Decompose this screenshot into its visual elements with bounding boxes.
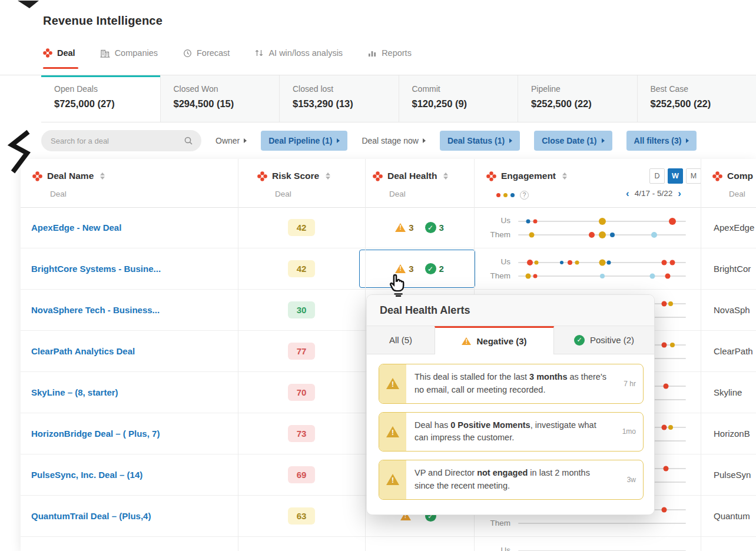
summary-card-commit[interactable]: Commit $120,250 (9) xyxy=(399,75,518,122)
filter-label: Owner xyxy=(215,136,240,145)
chevron-right-icon xyxy=(686,138,689,143)
company-name[interactable]: BrightCor xyxy=(701,248,756,289)
selection-outline xyxy=(359,250,475,288)
nav-tab-ai-winloss[interactable]: AI win/loss analysis xyxy=(254,48,343,58)
warning-icon xyxy=(386,474,399,485)
nav-tab-companies[interactable]: Companies xyxy=(100,48,158,58)
filter-deal-stage[interactable]: Deal stage now xyxy=(362,136,426,145)
company-name[interactable]: Quantum xyxy=(701,496,756,536)
alert-card: This deal is stalled for the last 3 mont… xyxy=(379,364,644,404)
company-name[interactable]: HorizonB xyxy=(701,413,756,454)
toggle-day[interactable]: D xyxy=(649,168,665,184)
them-label: Them xyxy=(474,519,510,527)
engagement-dot xyxy=(651,232,657,238)
filter-label: Deal stage now xyxy=(362,136,419,145)
engagement-dot xyxy=(568,260,572,265)
alert-text: VP and Director not engaged in last 2 mo… xyxy=(406,460,643,499)
toggle-week[interactable]: W xyxy=(668,168,683,184)
nav-tab-forecast[interactable]: Forecast xyxy=(183,48,230,58)
engagement-dot xyxy=(529,232,534,237)
column-title: Deal Health xyxy=(387,171,437,181)
main-nav: Deal Companies Forecast AI win/loss anal… xyxy=(43,48,412,58)
companies-icon xyxy=(100,48,110,58)
date-range-label: 4/17 - 5/22 xyxy=(635,189,673,198)
deal-name-link[interactable]: SkyLine – (8, starter) xyxy=(31,372,118,413)
alert-timestamp: 3w xyxy=(627,476,636,484)
summary-card-pipeline[interactable]: Pipeline $252,500 (22) xyxy=(518,75,637,122)
deal-name-link[interactable]: BrightCore Systems - Busine... xyxy=(31,248,161,289)
company-name[interactable]: ApexEdge xyxy=(701,207,756,248)
sort-control[interactable] xyxy=(562,172,567,180)
filter-deal-pipeline[interactable]: Deal Pipeline (1) xyxy=(261,131,347,151)
card-value: $153,290 (13) xyxy=(293,98,386,109)
summary-card-closed-lost[interactable]: Closed lost $153,290 (13) xyxy=(279,75,399,122)
filter-close-date[interactable]: Close Date (1) xyxy=(534,131,612,151)
company-name[interactable] xyxy=(701,537,756,551)
engagement-dot xyxy=(606,260,611,264)
chevron-right-icon xyxy=(337,138,340,143)
engagement-dot xyxy=(661,507,667,512)
granularity-toggle: D W M xyxy=(649,168,701,184)
deal-name-link[interactable]: ClearPath Analytics Deal xyxy=(31,331,135,371)
company-name[interactable]: PulseSyn xyxy=(701,454,756,495)
deals-table: Deal Name Deal Risk Score Deal Deal Heal… xyxy=(21,159,756,551)
alert-text: This deal is stalled for the last 3 mont… xyxy=(406,364,643,403)
search-input[interactable] xyxy=(49,136,184,146)
company-name[interactable]: Skyline xyxy=(701,372,756,413)
popup-tab-all[interactable]: All (5) xyxy=(367,326,435,354)
legend-dot-red xyxy=(496,193,500,197)
page-title: Revenue Intelligence xyxy=(43,14,163,28)
popup-tab-negative[interactable]: Negative (3) xyxy=(435,326,554,354)
sort-control[interactable] xyxy=(100,172,105,180)
nav-tab-reports[interactable]: Reports xyxy=(367,48,412,58)
toggle-month[interactable]: M xyxy=(686,168,701,184)
help-icon[interactable] xyxy=(520,191,529,200)
sort-control[interactable] xyxy=(326,172,330,180)
deal-name-link[interactable]: ApexEdge - New Deal xyxy=(31,207,121,248)
filter-all-filters[interactable]: All filters (3) xyxy=(626,131,697,151)
engagement-dot xyxy=(599,218,606,225)
filter-bar: Owner Deal Pipeline (1) Deal stage now D… xyxy=(41,122,750,159)
deal-health-cell[interactable]: 3 3 xyxy=(365,207,474,248)
popup-tab-positive[interactable]: Positive (2) xyxy=(554,326,654,354)
deal-search xyxy=(41,130,201,151)
them-timeline xyxy=(518,276,686,277)
engagement-dot xyxy=(665,273,670,278)
sort-control[interactable] xyxy=(443,172,448,180)
tab-label: Positive (2) xyxy=(590,335,634,345)
column-header-engagement[interactable]: Engagement xyxy=(486,171,567,181)
deal-health-cell-selected[interactable]: 3 2 xyxy=(365,248,474,289)
deal-name-link[interactable]: HorizonBridge Deal – ( Plus, 7) xyxy=(31,413,160,454)
column-header-risk-score[interactable]: Risk Score xyxy=(257,171,330,181)
column-header-deal-health[interactable]: Deal Health xyxy=(373,171,448,181)
company-name[interactable]: NovaSph xyxy=(701,290,756,330)
column-header-deal-name[interactable]: Deal Name xyxy=(32,171,105,181)
column-title: Comp xyxy=(727,171,753,181)
risk-score-chip: 69 xyxy=(288,466,315,483)
engagement-dot xyxy=(669,218,676,225)
health-column-icon xyxy=(373,171,383,181)
engagement-dot xyxy=(599,259,605,265)
engagement-dot xyxy=(661,342,667,347)
table-row-partial: Us Them xyxy=(21,537,756,551)
summary-card-closed-won[interactable]: Closed Won $294,500 (15) xyxy=(160,75,280,122)
next-range-chevron[interactable]: › xyxy=(678,188,681,198)
summary-card-best-case[interactable]: Best Case $252,500 (22) xyxy=(637,75,756,122)
deal-name-link[interactable]: NovaSphere Tech - Business... xyxy=(31,290,160,330)
filter-owner[interactable]: Owner xyxy=(215,136,247,145)
engagement-dot xyxy=(661,424,667,430)
deal-name-link[interactable]: PulseSync, Inc. Deal – (14) xyxy=(31,454,142,495)
filter-deal-status[interactable]: Deal Status (1) xyxy=(440,131,520,151)
prev-range-chevron[interactable]: ‹ xyxy=(626,188,629,198)
deal-icon xyxy=(43,48,52,58)
summary-cards: Open Deals $725,000 (27) Closed Won $294… xyxy=(41,75,756,122)
column-subtitle: Deal xyxy=(389,190,406,198)
card-label: Commit xyxy=(412,84,505,94)
summary-card-open-deals[interactable]: Open Deals $725,000 (27) xyxy=(41,75,160,122)
column-divider xyxy=(701,159,701,551)
nav-tab-deal[interactable]: Deal xyxy=(43,48,75,58)
company-name[interactable]: ClearPath xyxy=(701,331,756,371)
deal-health-cell[interactable] xyxy=(365,537,474,551)
column-header-company[interactable]: Comp xyxy=(712,171,753,181)
deal-name-link[interactable]: QuantumTrail Deal – (Plus,4) xyxy=(31,496,151,536)
